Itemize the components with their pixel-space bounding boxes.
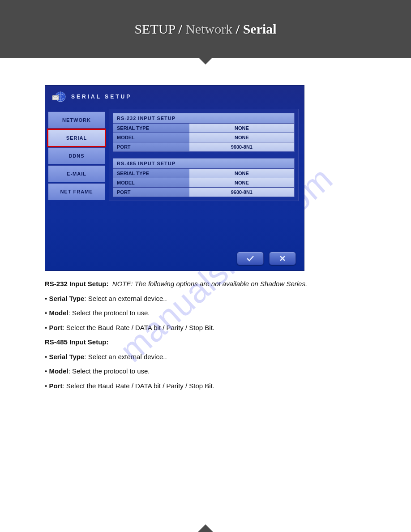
breadcrumb-sep: / [236,21,240,36]
tab-network[interactable]: NETWORK [48,112,105,129]
port-label: Port [49,324,62,331]
rs485-serial-type-line: • Serial Type: Select an external device… [45,352,366,362]
model-label: Model [49,367,68,375]
rs232-model-value[interactable]: NONE [189,133,294,142]
breadcrumb-sep: / [178,21,182,36]
rs232-port-label: PORT [113,142,189,151]
page-header-banner: SETUP / Network / Serial [0,0,411,58]
cancel-button[interactable] [269,252,296,265]
dialog-header: SERIAL SETUP [45,86,304,106]
rs485-model-value[interactable]: NONE [189,178,294,187]
page-content: manualshive.com SERIAL SETUP NETWORK SER… [0,58,411,413]
rs485-model-row[interactable]: MODEL NONE [113,178,294,187]
rs232-model-label: MODEL [113,133,189,142]
dialog-sidebar: NETWORK SERIAL DDNS E-MAIL NET FRAME [48,109,105,201]
rs232-port-line: • Port: Select the Baud Rate / DATA bit … [45,323,366,333]
port-desc: : Select the Baud Rate / DATA bit / Pari… [62,324,214,331]
serial-type-label: Serial Type [49,295,84,302]
document-body-text: RS-232 Input Setup: NOTE: The following … [45,279,366,391]
breadcrumb-setup: SETUP [134,21,175,36]
tab-ddns[interactable]: DDNS [48,147,105,164]
breadcrumb-network: Network [185,21,232,36]
dialog-footer [237,252,296,265]
rs485-serial-type-label: SERIAL TYPE [113,169,189,178]
rs232-serial-type-label: SERIAL TYPE [113,124,189,133]
rs232-serial-type-row[interactable]: SERIAL TYPE NONE [113,123,294,133]
rs232-port-value[interactable]: 9600-8N1 [189,142,294,151]
rs232-serial-type-value[interactable]: NONE [189,124,294,133]
rs232-heading: RS-232 Input Setup: [45,280,109,287]
rs232-group-title: RS-232 INPUT SETUP [113,113,294,123]
rs232-model-row[interactable]: MODEL NONE [113,133,294,142]
rs485-port-line: • Port: Select the Baud Rate / DATA bit … [45,381,366,391]
rs232-note: NOTE: The following options are not avai… [112,280,307,287]
model-label: Model [49,309,68,317]
page-number: 48 [195,529,216,532]
rs485-serial-type-value[interactable]: NONE [189,169,294,178]
rs485-group-title: RS-485 INPUT SETUP [113,159,294,168]
network-globe-icon [51,90,67,103]
port-desc: : Select the Baud Rate / DATA bit / Pari… [62,382,214,390]
rs485-port-row[interactable]: PORT 9600-8N1 [113,187,294,197]
rs485-heading: RS-485 Input Setup: [45,338,109,346]
close-icon [279,255,286,262]
rs232-group: RS-232 INPUT SETUP SERIAL TYPE NONE MODE… [113,113,295,152]
serial-setup-dialog: SERIAL SETUP NETWORK SERIAL DDNS E-MAIL … [45,85,304,271]
port-label: Port [49,382,62,390]
rs232-model-line: • Model: Select the protocol to use. [45,308,366,318]
serial-type-desc: : Select an external device.. [84,353,167,360]
dialog-panel: RS-232 INPUT SETUP SERIAL TYPE NONE MODE… [109,109,299,201]
tab-serial[interactable]: SERIAL [48,129,105,146]
rs232-port-row[interactable]: PORT 9600-8N1 [113,142,294,151]
rs485-heading-line: RS-485 Input Setup: [45,337,366,348]
rs232-heading-line: RS-232 Input Setup: NOTE: The following … [45,279,366,289]
rs485-port-label: PORT [113,188,189,197]
rs485-serial-type-row[interactable]: SERIAL TYPE NONE [113,168,294,178]
rs485-group: RS-485 INPUT SETUP SERIAL TYPE NONE MODE… [113,158,295,197]
rs485-model-label: MODEL [113,178,189,187]
rs485-port-value[interactable]: 9600-8N1 [189,188,294,197]
rs232-serial-type-line: • Serial Type: Select an external device… [45,294,366,304]
serial-type-label: Serial Type [49,353,84,360]
serial-type-desc: : Select an external device.. [84,295,167,302]
tab-email[interactable]: E-MAIL [48,165,105,182]
rs485-model-line: • Model: Select the protocol to use. [45,366,366,377]
page-number-badge: 48 [195,529,216,532]
model-desc: : Select the protocol to use. [68,367,150,375]
model-desc: : Select the protocol to use. [68,309,150,317]
dialog-title: SERIAL SETUP [71,94,132,100]
ok-button[interactable] [237,252,264,265]
tab-netframe[interactable]: NET FRAME [48,183,105,200]
breadcrumb-serial: Serial [243,21,277,36]
dialog-body: NETWORK SERIAL DDNS E-MAIL NET FRAME RS-… [45,106,304,206]
breadcrumb: SETUP / Network / Serial [134,21,276,37]
check-icon [246,255,255,262]
